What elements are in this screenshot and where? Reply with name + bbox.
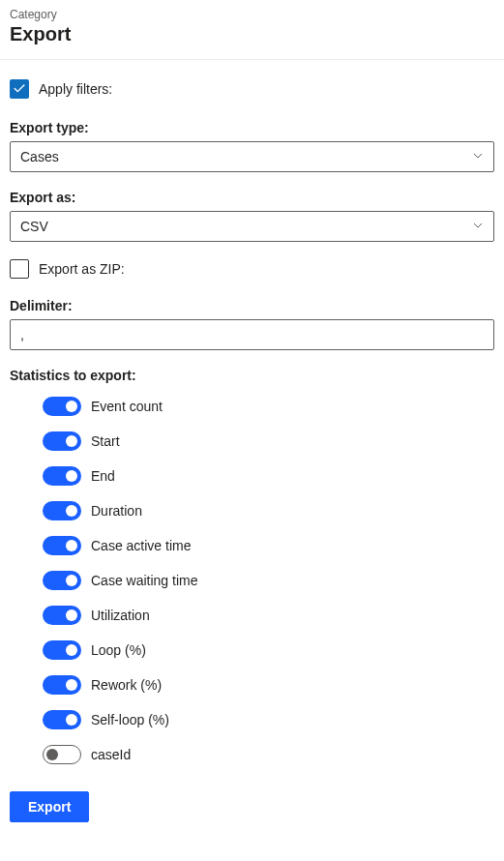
chevron-down-icon bbox=[472, 219, 484, 234]
header-title: Export bbox=[10, 23, 494, 45]
export-type-select[interactable]: Cases bbox=[10, 141, 494, 172]
statistics-toggle-label: Case active time bbox=[91, 538, 191, 553]
statistics-toggle-row: End bbox=[43, 466, 494, 486]
delimiter-input[interactable] bbox=[10, 319, 494, 350]
toggle-knob bbox=[66, 435, 77, 447]
page-header: Category Export bbox=[0, 0, 504, 60]
export-zip-checkbox[interactable] bbox=[10, 259, 29, 279]
apply-filters-checkbox[interactable] bbox=[10, 79, 29, 99]
export-as-label: Export as: bbox=[10, 190, 494, 205]
statistics-toggle-row: Event count bbox=[43, 397, 494, 416]
toggle-knob bbox=[66, 401, 77, 412]
apply-filters-label: Apply filters: bbox=[39, 81, 112, 97]
statistics-toggle[interactable] bbox=[43, 640, 81, 660]
statistics-toggle-label: End bbox=[91, 468, 115, 484]
statistics-toggle-label: Utilization bbox=[91, 608, 150, 623]
statistics-toggle-label: Loop (%) bbox=[91, 642, 146, 658]
statistics-toggle-row: Rework (%) bbox=[43, 675, 494, 695]
statistics-toggle[interactable] bbox=[43, 501, 81, 520]
delimiter-field: Delimiter: bbox=[10, 298, 494, 350]
statistics-toggle[interactable] bbox=[43, 606, 81, 625]
export-as-field: Export as: CSV bbox=[10, 190, 494, 242]
export-button[interactable]: Export bbox=[10, 791, 89, 822]
export-as-select[interactable]: CSV bbox=[10, 211, 494, 242]
statistics-toggle-row: Loop (%) bbox=[43, 640, 494, 660]
toggle-knob bbox=[66, 505, 77, 517]
statistics-toggle[interactable] bbox=[43, 431, 81, 451]
toggle-knob bbox=[46, 749, 58, 760]
statistics-toggle-label: Duration bbox=[91, 503, 142, 519]
statistics-toggle-row: Start bbox=[43, 431, 494, 451]
delimiter-label: Delimiter: bbox=[10, 298, 494, 313]
export-as-value: CSV bbox=[20, 219, 48, 234]
statistics-toggle[interactable] bbox=[43, 466, 81, 486]
statistics-toggle-label: Rework (%) bbox=[91, 677, 162, 693]
toggle-knob bbox=[66, 540, 77, 551]
statistics-label: Statistics to export: bbox=[10, 368, 494, 383]
statistics-toggle-list: Event countStartEndDurationCase active t… bbox=[10, 397, 494, 764]
chevron-down-icon bbox=[472, 149, 484, 164]
statistics-toggle-label: Case waiting time bbox=[91, 573, 198, 588]
statistics-toggle-label: Self-loop (%) bbox=[91, 712, 169, 727]
export-zip-label: Export as ZIP: bbox=[39, 261, 125, 277]
statistics-toggle[interactable] bbox=[43, 710, 81, 729]
statistics-toggle[interactable] bbox=[43, 571, 81, 590]
checkmark-icon bbox=[13, 82, 26, 96]
statistics-toggle-label: Event count bbox=[91, 399, 163, 414]
statistics-toggle-row: Utilization bbox=[43, 606, 494, 625]
toggle-knob bbox=[66, 609, 77, 621]
export-form: Apply filters: Export type: Cases Export… bbox=[0, 60, 504, 832]
statistics-toggle-row: Self-loop (%) bbox=[43, 710, 494, 729]
statistics-toggle-row: Duration bbox=[43, 501, 494, 520]
apply-filters-row: Apply filters: bbox=[10, 79, 494, 99]
toggle-knob bbox=[66, 679, 77, 691]
statistics-toggle[interactable] bbox=[43, 745, 81, 764]
statistics-toggle-row: Case waiting time bbox=[43, 571, 494, 590]
export-type-label: Export type: bbox=[10, 120, 494, 135]
statistics-toggle-label: Start bbox=[91, 433, 120, 449]
export-zip-row: Export as ZIP: bbox=[10, 259, 494, 279]
export-type-value: Cases bbox=[20, 149, 59, 164]
toggle-knob bbox=[66, 575, 77, 586]
header-category: Category bbox=[10, 8, 494, 21]
statistics-toggle[interactable] bbox=[43, 675, 81, 695]
statistics-section: Statistics to export: Event countStartEn… bbox=[10, 368, 494, 764]
statistics-toggle-row: caseId bbox=[43, 745, 494, 764]
toggle-knob bbox=[66, 470, 77, 482]
export-type-field: Export type: Cases bbox=[10, 120, 494, 172]
statistics-toggle[interactable] bbox=[43, 397, 81, 416]
toggle-knob bbox=[66, 644, 77, 656]
statistics-toggle-label: caseId bbox=[91, 747, 131, 762]
statistics-toggle[interactable] bbox=[43, 536, 81, 555]
statistics-toggle-row: Case active time bbox=[43, 536, 494, 555]
toggle-knob bbox=[66, 714, 77, 726]
